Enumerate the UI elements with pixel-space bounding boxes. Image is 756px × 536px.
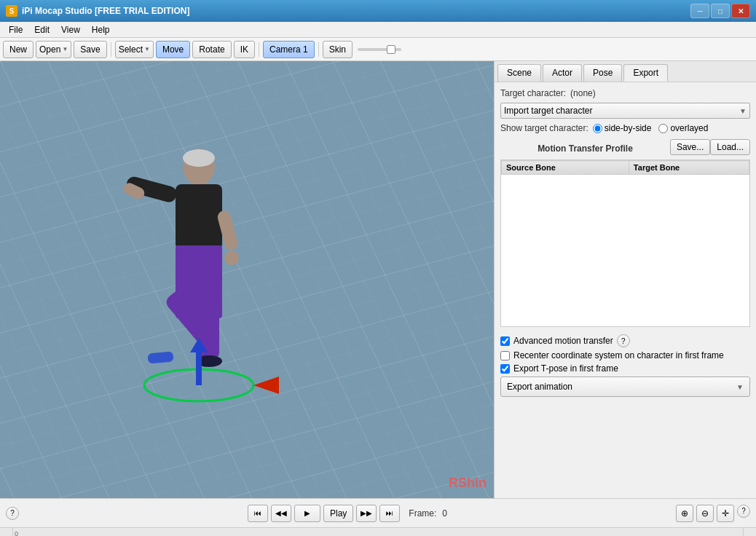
main-content: RShin Scene Actor Pose Export Target cha… [0,61,756,498]
bone-table: Source Bone Target Bone [501,160,749,175]
motion-transfer-label: Motion Transfer Profile [500,143,670,154]
next-button[interactable]: ▶▶ [356,505,377,522]
svg-rect-13 [147,351,173,363]
import-target-row: Import target character ▼ [500,103,750,119]
zoom-plus-button[interactable]: ⊕ [676,505,693,522]
minimize-button[interactable]: ─ [690,4,709,18]
options-section: Advanced motion transfer ? Recenter coor… [500,334,750,374]
import-target-dropdown[interactable]: Import target character ▼ [500,103,750,119]
menu-file[interactable]: File [3,23,28,36]
bone-table-container: Source Bone Target Bone [500,159,750,327]
show-target-label: Show target character: [500,123,588,133]
viewport[interactable]: RShin [0,61,494,498]
tab-scene[interactable]: Scene [497,64,541,82]
export-tpose-checkbox[interactable] [500,364,510,374]
radio-side-by-side[interactable]: side-by-side [593,123,652,133]
select-dropdown-arrow: ▼ [144,46,150,52]
recenter-checkbox[interactable] [500,351,510,360]
zoom-help-button[interactable]: ? [737,505,750,518]
timeline-area: ◀ 0 Strobe ▶ [0,527,756,536]
slider-track[interactable] [358,48,401,51]
move-button[interactable]: Move [156,41,190,58]
rotate-button[interactable]: Rotate [192,41,231,58]
character-figure [119,145,279,414]
camera-button[interactable]: Camera 1 [263,41,315,58]
frame-value: 0 [442,508,447,519]
advanced-motion-row: Advanced motion transfer ? [500,334,750,347]
import-target-label: Import target character [504,106,747,116]
playback-controls: ⏮ ◀◀ ▶ Play ▶▶ ⏭ Frame: 0 [23,505,672,522]
timeline-track: 0 Strobe [13,528,743,536]
show-target-row: Show target character: side-by-side over… [500,123,750,133]
separator-2 [259,42,259,57]
open-dropdown[interactable]: Open ▼ [36,41,71,58]
toolbar: New Open ▼ Save Select ▼ Move Rotate IK … [0,38,756,61]
separator-1 [111,42,111,57]
export-panel-content: Target character: (none) Import target c… [495,82,756,498]
slider-control [358,48,401,51]
load-profile-btn[interactable]: Load... [710,139,750,155]
play-button[interactable]: ▶ [294,505,320,522]
save-profile-btn[interactable]: Save... [670,139,710,155]
maximize-button[interactable]: □ [711,4,730,18]
slider-thumb[interactable] [387,45,395,54]
svg-marker-15 [253,377,279,394]
playback-help-btn[interactable]: ? [6,507,19,520]
ruler-mark-0: 0 [15,530,18,536]
viewport-watermark: RShin [449,476,487,491]
timeline-scrollbar-track: ▶ [743,528,756,536]
recenter-label: Recenter coordinate system on character … [513,350,724,360]
menu-help[interactable]: Help [86,23,116,36]
play-label-button[interactable]: Play [323,505,353,522]
advanced-motion-checkbox[interactable] [500,336,510,346]
timeline-left-arrow[interactable]: ◀ [0,528,13,536]
menu-view[interactable]: View [55,23,86,36]
open-dropdown-arrow: ▼ [62,46,68,52]
radio-overlayed[interactable]: overlayed [658,123,708,133]
separator-3 [318,42,319,57]
export-animation-label: Export animation [507,382,736,392]
menu-bar: File Edit View Help [0,22,756,38]
show-target-radios: side-by-side overlayed [593,123,709,133]
tab-actor[interactable]: Actor [543,64,582,82]
last-frame-button[interactable]: ⏭ [379,505,400,522]
app-icon: S [6,5,17,17]
frame-label: Frame: [409,508,436,519]
prev-button[interactable]: ◀◀ [271,505,291,522]
right-panel: Scene Actor Pose Export Target character… [494,61,756,498]
panel-tabs: Scene Actor Pose Export [495,61,756,82]
target-character-row: Target character: (none) [500,88,750,98]
timeline-ruler: 0 [13,528,743,536]
ik-button[interactable]: IK [234,41,255,58]
radio-side-by-side-label: side-by-side [605,123,652,133]
source-bone-header: Source Bone [502,161,629,175]
window-title: iPi Mocap Studio [FREE TRIAL EDITION] [22,6,690,16]
tab-pose[interactable]: Pose [583,64,622,82]
first-frame-button[interactable]: ⏮ [248,505,268,522]
title-bar: S iPi Mocap Studio [FREE TRIAL EDITION] … [0,0,756,22]
radio-overlayed-label: overlayed [670,123,708,133]
playback-bar: ? ⏮ ◀◀ ▶ Play ▶▶ ⏭ Frame: 0 ⊕ ⊖ ✛ ? [0,498,756,527]
export-tpose-label: Export T-pose in first frame [513,363,618,374]
svg-rect-16 [196,349,202,385]
export-tpose-row: Export T-pose in first frame [500,363,750,374]
tab-export[interactable]: Export [623,64,668,82]
select-dropdown[interactable]: Select ▼ [115,41,154,58]
new-button[interactable]: New [3,41,34,58]
skin-button[interactable]: Skin [323,41,353,58]
advanced-motion-label: Advanced motion transfer [513,336,613,346]
zoom-minus-button[interactable]: ⊖ [696,505,714,522]
zoom-add-button[interactable]: ✛ [717,505,734,522]
window-controls: ─ □ ✕ [690,4,750,18]
target-character-label: Target character: [500,88,566,98]
svg-point-8 [224,251,239,265]
export-animation-dropdown[interactable]: Export animation ▼ [500,377,750,397]
advanced-motion-help[interactable]: ? [617,334,630,347]
recenter-row: Recenter coordinate system on character … [500,350,750,360]
save-button[interactable]: Save [74,41,106,58]
motion-transfer-header-row: Motion Transfer Profile Save... Load... [500,138,750,157]
menu-edit[interactable]: Edit [28,23,55,36]
close-button[interactable]: ✕ [731,4,750,18]
svg-rect-4 [176,184,222,250]
target-bone-header: Target Bone [629,161,749,175]
